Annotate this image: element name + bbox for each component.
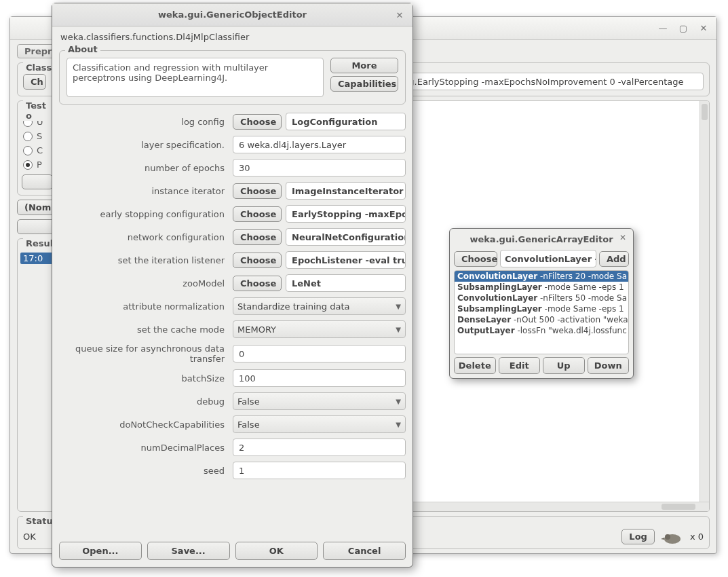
value-instance-iterator[interactable]: ImageInstanceIterator -he: [286, 182, 406, 200]
capabilities-button[interactable]: Capabilities: [330, 76, 398, 92]
value-log-config[interactable]: LogConfiguration: [286, 113, 406, 130]
gae-list-item[interactable]: OutputLayer -lossFn "weka.dl4j.lossfunc: [455, 325, 628, 336]
radio-supplied[interactable]: S: [22, 129, 53, 143]
chevron-down-icon: ▼: [396, 398, 401, 405]
label-seed: seed: [59, 466, 229, 476]
goe-close-button[interactable]: ✕: [394, 9, 406, 21]
value-layer-spec[interactable]: 6 weka.dl4j.layers.Layer: [233, 136, 406, 153]
value-zoo-model[interactable]: LeNet: [286, 274, 406, 292]
label-early-stopping: early stopping configuration: [59, 209, 229, 219]
gae-list-item[interactable]: ConvolutionLayer -nFilters 50 -mode Sa: [455, 293, 628, 303]
output-vscroll[interactable]: [700, 101, 709, 511]
label-layer-spec: layer specification.: [59, 140, 229, 150]
combo-debug[interactable]: False▼: [233, 392, 406, 410]
choose-log-config[interactable]: Choose: [233, 114, 282, 130]
combo-dncc[interactable]: False▼: [233, 415, 406, 433]
combo-cache-mode[interactable]: MEMORY▼: [233, 320, 406, 338]
input-batch-size[interactable]: [233, 369, 406, 387]
gae-list-item[interactable]: SubsamplingLayer -mode Same -eps 1: [455, 282, 628, 293]
gae-titlebar[interactable]: weka.gui.GenericArrayEditor ✕: [453, 231, 630, 248]
tasks-count: x 0: [690, 532, 704, 542]
choose-early-stopping[interactable]: Choose: [233, 206, 282, 222]
gae-list-item[interactable]: ConvolutionLayer -nFilters 20 -mode Sa: [455, 271, 628, 282]
input-seed[interactable]: [233, 462, 406, 479]
input-num-epochs[interactable]: [233, 159, 406, 176]
label-cache-mode: set the cache mode: [59, 324, 229, 335]
gae-up-button[interactable]: Up: [543, 357, 585, 374]
choose-network-config[interactable]: Choose: [233, 229, 282, 245]
label-attr-norm: attribute normalization: [59, 301, 229, 312]
gae-close-button[interactable]: ✕: [619, 233, 626, 242]
input-num-decimal[interactable]: [233, 439, 406, 456]
label-batch-size: batchSize: [59, 373, 229, 384]
label-dncc: doNotCheckCapabilities: [59, 420, 229, 430]
choose-zoo-model[interactable]: Choose: [233, 276, 282, 291]
label-network-config: network configuration: [59, 232, 229, 242]
label-num-decimal: numDecimalPlaces: [59, 443, 229, 453]
chevron-down-icon: ▼: [396, 303, 401, 310]
gae-choose-button[interactable]: Choose: [454, 251, 497, 267]
about-legend: About: [65, 44, 100, 54]
result-list-item[interactable]: 17:0: [20, 253, 54, 264]
open-button[interactable]: Open...: [59, 542, 142, 560]
cancel-button[interactable]: Cancel: [323, 542, 406, 560]
gae-delete-button[interactable]: Delete: [454, 357, 496, 374]
gae-list-item[interactable]: DenseLayer -nOut 500 -activation "weka: [455, 314, 628, 325]
value-network-config[interactable]: NeuralNetConfiguration -: [286, 228, 406, 246]
chevron-down-icon: ▼: [396, 421, 401, 428]
about-description: Classification and regression with multi…: [66, 58, 324, 97]
input-queue-size[interactable]: [233, 345, 406, 362]
value-early-stopping[interactable]: EarlyStopping -maxEpochs: [286, 205, 406, 223]
value-iteration-listener[interactable]: EpochListener -eval true -n: [286, 251, 406, 269]
about-box: About Classification and regression with…: [59, 50, 406, 105]
class-path-link[interactable]: weka.classifiers.functions.Dl4jMlpClassi…: [59, 31, 406, 46]
minimize-button[interactable]: —: [654, 21, 672, 36]
label-zoo-model: zooModel: [59, 278, 229, 288]
radio-percent[interactable]: P: [22, 157, 53, 172]
choose-instance-iterator[interactable]: Choose: [233, 183, 282, 199]
status-text: OK: [23, 532, 36, 542]
generic-array-editor-window: weka.gui.GenericArrayEditor ✕ Choose Con…: [449, 228, 634, 379]
weka-bird-icon: [660, 529, 685, 544]
gae-add-button[interactable]: Add: [599, 251, 629, 267]
label-iteration-listener: set the iteration listener: [59, 255, 229, 265]
ok-button[interactable]: OK: [235, 542, 318, 560]
svg-point-1: [665, 534, 670, 540]
radio-cross[interactable]: C: [22, 143, 53, 157]
gae-title: weka.gui.GenericArrayEditor: [470, 234, 613, 244]
generic-object-editor-window: weka.gui.GenericObjectEditor ✕ weka.clas…: [52, 3, 413, 567]
log-button[interactable]: Log: [621, 529, 655, 544]
close-button[interactable]: ✕: [695, 21, 712, 36]
gae-down-button[interactable]: Down: [588, 357, 630, 374]
property-sheet: log config Choose LogConfiguration layer…: [59, 113, 406, 479]
goe-titlebar[interactable]: weka.gui.GenericObjectEditor ✕: [52, 3, 413, 26]
gae-layer-list[interactable]: ConvolutionLayer -nFilters 20 -mode SaSu…: [454, 270, 629, 354]
combo-attr-norm[interactable]: Standardize training data▼: [233, 297, 406, 315]
gae-type-field[interactable]: ConvolutionLayer -n: [500, 250, 596, 267]
label-queue-size: queue size for asynchronous data transfe…: [59, 343, 229, 364]
gae-edit-button[interactable]: Edit: [499, 357, 541, 374]
classifier-command-text[interactable]: opping.EarlyStopping -maxEpochsNoImprove…: [378, 73, 704, 90]
maximize-button[interactable]: ▢: [674, 21, 692, 36]
more-button[interactable]: More: [330, 58, 398, 73]
label-log-config: log config: [59, 117, 229, 127]
label-num-epochs: number of epochs: [59, 163, 229, 173]
save-button[interactable]: Save...: [147, 542, 230, 560]
goe-title: weka.gui.GenericObjectEditor: [158, 10, 307, 20]
label-debug: debug: [59, 396, 229, 407]
chevron-down-icon: ▼: [396, 326, 401, 333]
gae-list-item[interactable]: SubsamplingLayer -mode Same -eps 1: [455, 303, 628, 314]
label-instance-iterator: instance iterator: [59, 186, 229, 196]
choose-classifier-button[interactable]: Ch: [23, 74, 46, 90]
choose-iteration-listener[interactable]: Choose: [233, 253, 282, 268]
more-options-button[interactable]: [22, 174, 53, 189]
